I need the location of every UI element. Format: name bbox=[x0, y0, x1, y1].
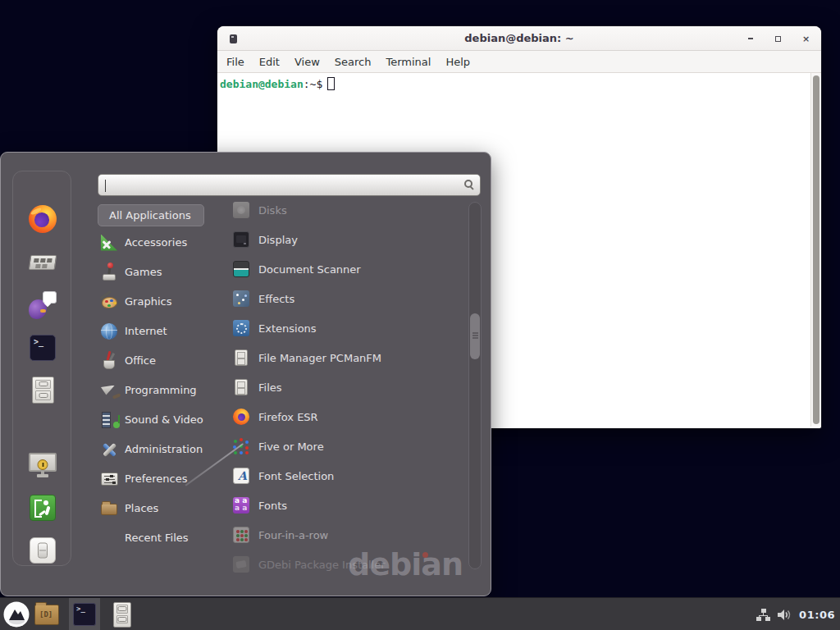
letter-a-icon bbox=[233, 468, 249, 484]
category-accessories[interactable]: Accessories bbox=[98, 231, 233, 253]
film-note-icon bbox=[99, 410, 121, 430]
menu-file[interactable]: File bbox=[219, 56, 252, 68]
category-preferences[interactable]: Preferences bbox=[98, 468, 233, 490]
terminal-cursor bbox=[327, 77, 335, 90]
fonts-icon bbox=[233, 497, 249, 514]
app-label: Four-in-a-row bbox=[258, 529, 328, 541]
app-list-scrollbar-thumb[interactable] bbox=[470, 313, 480, 359]
app-label: Disks bbox=[258, 204, 287, 217]
menu-help[interactable]: Help bbox=[438, 56, 477, 68]
app-item-font-selection[interactable]: Font Selection bbox=[233, 464, 463, 487]
lock-screen-button[interactable] bbox=[29, 451, 57, 479]
favorites-sidebar bbox=[12, 171, 71, 566]
category-administration[interactable]: Administration bbox=[98, 438, 233, 460]
menu-terminal[interactable]: Terminal bbox=[378, 56, 438, 68]
application-list: Disks Display Document Scanner Effects E… bbox=[233, 199, 463, 582]
taskbar-terminal-button[interactable] bbox=[69, 598, 100, 630]
pidgin-beak bbox=[40, 309, 46, 313]
category-games[interactable]: Games bbox=[98, 261, 233, 283]
menu-button[interactable] bbox=[3, 601, 30, 628]
menu-search[interactable]: Search bbox=[327, 56, 379, 68]
gear-icon bbox=[233, 320, 249, 336]
colored-dots-icon bbox=[233, 438, 249, 454]
category-recent-files[interactable]: Recent Files bbox=[98, 527, 233, 549]
category-label: Office bbox=[125, 354, 156, 367]
close-button[interactable]: × bbox=[801, 34, 811, 44]
maximize-button[interactable] bbox=[773, 34, 783, 44]
menu-view[interactable]: View bbox=[287, 56, 327, 68]
network-icon[interactable] bbox=[756, 609, 770, 621]
system-tray: 01:06 bbox=[756, 598, 837, 630]
package-icon bbox=[233, 556, 249, 573]
app-item-display[interactable]: Display bbox=[233, 228, 463, 251]
application-menu: debian bbox=[0, 152, 491, 596]
category-office[interactable]: Office bbox=[98, 349, 233, 372]
favorite-firefox-button[interactable] bbox=[29, 205, 57, 233]
category-label: Accessories bbox=[125, 236, 187, 249]
firefox-icon bbox=[29, 205, 57, 233]
clock[interactable]: 01:06 bbox=[799, 609, 837, 621]
favorite-terminal-button[interactable] bbox=[29, 334, 57, 362]
category-label: Games bbox=[125, 266, 162, 278]
minimize-icon bbox=[748, 38, 753, 39]
app-label: Fonts bbox=[258, 500, 287, 512]
app-item-firefox-esr[interactable]: Firefox ESR bbox=[233, 405, 463, 428]
app-item-gdebi-package-installer[interactable]: GDebi Package Installer bbox=[233, 553, 463, 576]
display-icon bbox=[233, 231, 249, 248]
favorite-keyboard-button[interactable] bbox=[29, 249, 57, 277]
sliders-icon bbox=[99, 469, 121, 489]
favorite-file-manager-button[interactable] bbox=[32, 377, 54, 404]
terminal-icon bbox=[30, 335, 56, 361]
category-graphics[interactable]: Graphics bbox=[98, 290, 233, 313]
games-icon bbox=[99, 262, 121, 282]
app-item-effects[interactable]: Effects bbox=[233, 287, 463, 310]
office-icon bbox=[99, 351, 121, 371]
shutdown-button[interactable] bbox=[29, 536, 57, 564]
menu-search-box bbox=[98, 174, 481, 196]
app-item-document-scanner[interactable]: Document Scanner bbox=[233, 258, 463, 281]
terminal-title: debian@debian: ~ bbox=[217, 32, 821, 44]
category-label: Internet bbox=[125, 325, 167, 337]
file-cabinet-icon bbox=[235, 379, 248, 395]
terminal-window-icon bbox=[230, 34, 237, 43]
category-programming[interactable]: Programming bbox=[98, 379, 233, 401]
window-controls: × bbox=[745, 26, 811, 51]
terminal-scrollbar-thumb[interactable] bbox=[813, 75, 819, 424]
app-item-extensions[interactable]: Extensions bbox=[233, 317, 463, 340]
category-places[interactable]: Places bbox=[98, 497, 233, 519]
app-item-file-manager-pcmanfm[interactable]: File Manager PCManFM bbox=[233, 346, 463, 369]
app-label: Font Selection bbox=[258, 470, 334, 482]
prompt-path: :~$ bbox=[304, 78, 322, 90]
logout-button[interactable] bbox=[29, 494, 57, 522]
terminal-scrollbar[interactable] bbox=[810, 73, 821, 427]
home-folder-launcher[interactable] bbox=[34, 605, 59, 625]
volume-icon[interactable] bbox=[777, 609, 792, 621]
category-list: All Applications Accessories Games Graph… bbox=[98, 204, 233, 556]
app-item-four-in-a-row[interactable]: Four-in-a-row bbox=[233, 523, 463, 546]
category-all-applications[interactable]: All Applications bbox=[98, 204, 204, 226]
terminal-titlebar[interactable]: debian@debian: ~ × bbox=[217, 26, 821, 51]
taskbar-file-manager-button[interactable] bbox=[107, 598, 138, 630]
app-label: Display bbox=[258, 234, 298, 246]
app-item-five-or-more[interactable]: Five or More bbox=[233, 435, 463, 458]
app-label: Effects bbox=[258, 293, 294, 305]
category-sound-video[interactable]: Sound & Video bbox=[98, 409, 233, 431]
category-label: Recent Files bbox=[125, 532, 189, 544]
menu-search-input[interactable] bbox=[103, 176, 456, 194]
terminal-icon bbox=[73, 603, 96, 626]
app-list-scrollbar[interactable] bbox=[468, 202, 482, 569]
terminal-menubar: File Edit View Search Terminal Help bbox=[217, 51, 821, 73]
accessories-icon bbox=[99, 233, 121, 253]
app-item-fonts[interactable]: Fonts bbox=[233, 494, 463, 517]
category-internet[interactable]: Internet bbox=[98, 320, 233, 342]
app-label: Firefox ESR bbox=[258, 411, 318, 423]
minimize-button[interactable] bbox=[745, 34, 756, 44]
text-caret bbox=[105, 180, 106, 192]
taskbar: 01:06 bbox=[0, 597, 840, 630]
app-item-disks[interactable]: Disks bbox=[233, 199, 463, 221]
folder-icon bbox=[99, 499, 121, 518]
app-item-files[interactable]: Files bbox=[233, 376, 463, 399]
favorite-pidgin-button[interactable] bbox=[29, 291, 57, 319]
running-figure-head bbox=[43, 500, 48, 505]
menu-edit[interactable]: Edit bbox=[252, 56, 287, 68]
